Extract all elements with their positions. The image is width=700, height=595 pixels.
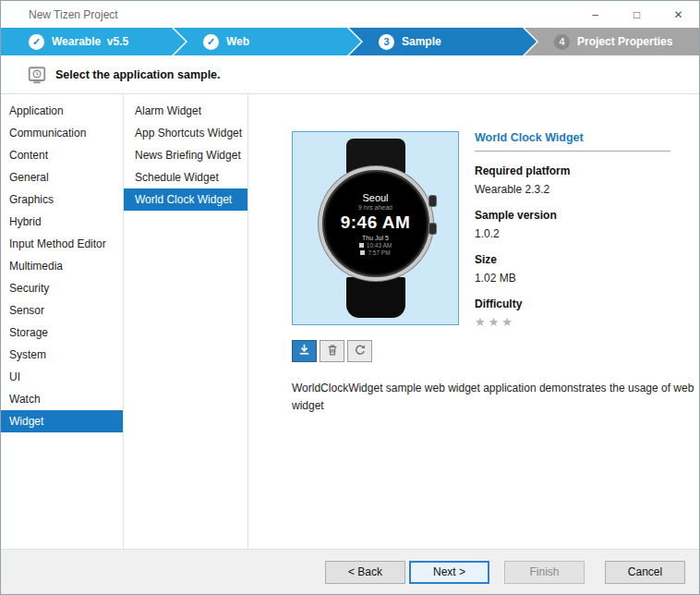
sample-item[interactable]: News Briefing Widget — [124, 144, 247, 166]
cancel-button[interactable]: Cancel — [605, 561, 685, 584]
download-icon — [297, 343, 311, 359]
sample-item-selected[interactable]: World Clock Widget — [124, 188, 247, 211]
download-sample-button[interactable] — [292, 340, 317, 362]
sunset-icon — [360, 250, 365, 255]
category-item[interactable]: Watch — [1, 388, 123, 410]
category-item[interactable]: General — [1, 166, 123, 188]
maximize-button[interactable]: □ — [616, 1, 658, 28]
wizard-steps: ✓ Wearable v5.5 ✓ Web 3 Sample 4 Project… — [1, 28, 699, 55]
category-item-selected[interactable]: Widget — [1, 410, 123, 432]
category-list: Application Communication Content Genera… — [1, 94, 124, 549]
category-item[interactable]: Hybrid — [1, 211, 123, 233]
sample-description: WorldClockWidget sample web widget appli… — [292, 380, 700, 414]
maximize-icon: □ — [634, 8, 640, 21]
preview-actions — [292, 340, 372, 362]
watch-extra-time: 10:43 AM — [359, 242, 392, 249]
instruction-text: Select the application sample. — [55, 68, 221, 81]
instruction-bar: Select the application sample. — [1, 55, 699, 94]
watch-extra-time: 7:57 PM — [360, 249, 390, 256]
category-item[interactable]: UI — [1, 366, 123, 388]
step-number-badge: 3 — [379, 34, 394, 50]
main-content: Application Communication Content Genera… — [1, 94, 699, 549]
sample-selection-icon — [27, 65, 47, 85]
sample-version-label: Sample version — [475, 209, 670, 222]
category-item[interactable]: Graphics — [1, 188, 123, 211]
size-value: 1.02 MB — [475, 272, 670, 285]
watch-offset: 9 hrs ahead — [358, 204, 392, 211]
watch-illustration: Seoul 9 hrs ahead 9:46 AM Thu Jul 5 10:4… — [319, 139, 433, 318]
required-platform-value: Wearable 2.3.2 — [475, 183, 670, 196]
size-label: Size — [475, 253, 670, 266]
wizard-step-label: Web — [226, 35, 249, 48]
footer-bar: < Back Next > Finish Cancel — [1, 549, 699, 594]
sunrise-icon — [359, 243, 364, 248]
minimize-button[interactable]: – — [574, 1, 616, 28]
difficulty-stars: ★★★ — [475, 315, 670, 329]
category-item[interactable]: Input Method Editor — [1, 233, 123, 255]
watch-time: 9:46 AM — [341, 212, 411, 233]
watch-crown — [429, 196, 436, 206]
sample-item[interactable]: App Shortcuts Widget — [124, 122, 247, 144]
window-controls: – □ ✕ — [574, 1, 699, 28]
sample-preview: Seoul 9 hrs ahead 9:46 AM Thu Jul 5 10:4… — [292, 131, 459, 325]
wizard-step-label: Wearable v5.5 — [52, 35, 128, 48]
sample-detail-pane: Seoul 9 hrs ahead 9:46 AM Thu Jul 5 10:4… — [248, 94, 699, 549]
sample-title: World Clock Widget — [475, 131, 670, 152]
category-item[interactable]: Security — [1, 277, 123, 299]
close-icon: ✕ — [673, 8, 682, 21]
next-button[interactable]: Next > — [409, 561, 489, 584]
sample-item[interactable]: Schedule Widget — [124, 166, 247, 188]
sample-item[interactable]: Alarm Widget — [124, 100, 247, 122]
watch-crown — [429, 224, 436, 234]
check-icon: ✓ — [203, 34, 219, 50]
finish-button[interactable]: Finish — [504, 561, 585, 584]
wizard-step-sample: 3 Sample — [349, 28, 537, 55]
new-tizen-project-dialog: New Tizen Project – □ ✕ ✓ Wearable v5.5 … — [0, 0, 700, 595]
watch-extra-time-value: 10:43 AM — [367, 242, 392, 249]
wizard-step-project-properties: 4 Project Properties — [525, 28, 699, 55]
category-item[interactable]: Storage — [1, 322, 123, 344]
step-number-badge: 4 — [554, 34, 570, 50]
close-button[interactable]: ✕ — [658, 1, 699, 28]
titlebar: New Tizen Project – □ ✕ — [1, 1, 699, 28]
category-item[interactable]: Application — [1, 100, 123, 122]
sample-version-value: 1.0.2 — [475, 227, 670, 240]
required-platform-label: Required platform — [475, 164, 670, 177]
delete-sample-button[interactable] — [320, 340, 344, 362]
wizard-step-profile: ✓ Web — [174, 28, 361, 55]
category-item[interactable]: System — [1, 344, 123, 366]
category-item[interactable]: Multimedia — [1, 255, 123, 277]
back-button[interactable]: < Back — [325, 561, 405, 584]
wizard-step-label: Sample — [402, 35, 441, 48]
window-title: New Tizen Project — [29, 8, 118, 21]
category-item[interactable]: Communication — [1, 122, 123, 144]
watch-date: Thu Jul 5 — [362, 235, 389, 241]
category-item[interactable]: Sensor — [1, 299, 123, 322]
watch-extra-time-value: 7:57 PM — [368, 249, 390, 256]
wizard-step-platform: ✓ Wearable v5.5 — [1, 28, 186, 55]
trash-icon — [326, 344, 339, 359]
check-icon: ✓ — [29, 34, 44, 50]
minimize-icon: – — [592, 8, 598, 21]
sample-info-panel: World Clock Widget Required platform Wea… — [475, 131, 670, 329]
watch-city: Seoul — [362, 192, 388, 203]
watch-face: Seoul 9 hrs ahead 9:46 AM Thu Jul 5 10:4… — [326, 174, 426, 273]
watch-strap-bottom — [346, 277, 405, 318]
refresh-sample-button[interactable] — [347, 340, 372, 362]
sample-list: Alarm Widget App Shortcuts Widget News B… — [124, 94, 248, 549]
category-item[interactable]: Content — [1, 144, 123, 166]
wizard-step-label: Project Properties — [577, 35, 672, 48]
difficulty-label: Difficulty — [475, 298, 670, 310]
refresh-icon — [354, 344, 367, 359]
